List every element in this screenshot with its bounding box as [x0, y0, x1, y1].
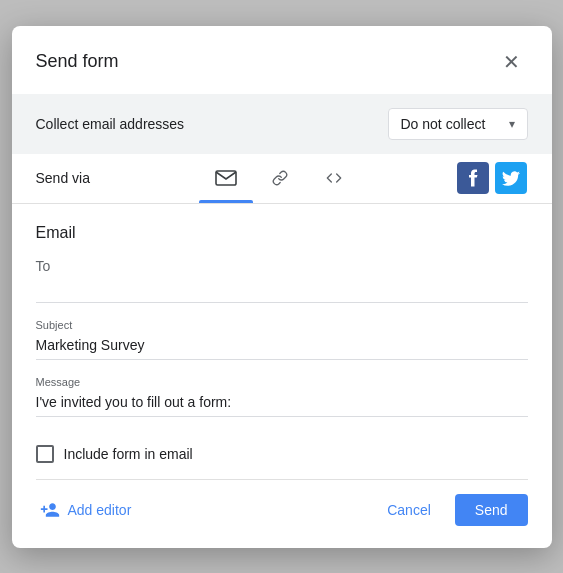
footer-actions: Cancel Send [371, 494, 527, 526]
collect-bar: Collect email addresses Do not collect ▾ [12, 94, 552, 154]
subject-input[interactable] [36, 333, 528, 360]
tab-embed[interactable] [307, 154, 361, 203]
email-body: Email To Subject Message Include form in… [12, 204, 552, 479]
svg-rect-0 [216, 171, 236, 185]
message-field-row: Message [36, 376, 528, 417]
include-form-checkbox[interactable] [36, 445, 54, 463]
message-label: Message [36, 376, 528, 388]
to-input[interactable] [36, 276, 528, 303]
subject-field-row: Subject [36, 319, 528, 360]
include-form-row: Include form in email [36, 433, 528, 479]
send-button[interactable]: Send [455, 494, 528, 526]
dialog-title: Send form [36, 51, 119, 72]
add-editor-label: Add editor [68, 502, 132, 518]
send-form-dialog: Send form ✕ Collect email addresses Do n… [12, 26, 552, 548]
dialog-header: Send form ✕ [12, 26, 552, 94]
social-icons [457, 162, 527, 194]
collect-label: Collect email addresses [36, 116, 185, 132]
send-via-row: Send via [12, 154, 552, 204]
facebook-button[interactable] [457, 162, 489, 194]
tab-link[interactable] [253, 154, 307, 203]
send-via-label: Send via [36, 156, 90, 200]
to-field-row: To [36, 258, 528, 303]
twitter-button[interactable] [495, 162, 527, 194]
message-input[interactable] [36, 390, 528, 417]
cancel-button[interactable]: Cancel [371, 494, 447, 526]
tab-email[interactable] [199, 154, 253, 203]
subject-label: Subject [36, 319, 528, 331]
to-label: To [36, 258, 528, 274]
dialog-footer: Add editor Cancel Send [12, 480, 552, 548]
add-editor-button[interactable]: Add editor [36, 492, 136, 528]
send-via-tabs [199, 154, 361, 203]
collect-dropdown[interactable]: Do not collect ▾ [388, 108, 528, 140]
chevron-down-icon: ▾ [509, 117, 515, 131]
close-button[interactable]: ✕ [496, 46, 528, 78]
include-form-label: Include form in email [64, 446, 193, 462]
collect-dropdown-value: Do not collect [401, 116, 486, 132]
email-section-title: Email [36, 224, 528, 242]
